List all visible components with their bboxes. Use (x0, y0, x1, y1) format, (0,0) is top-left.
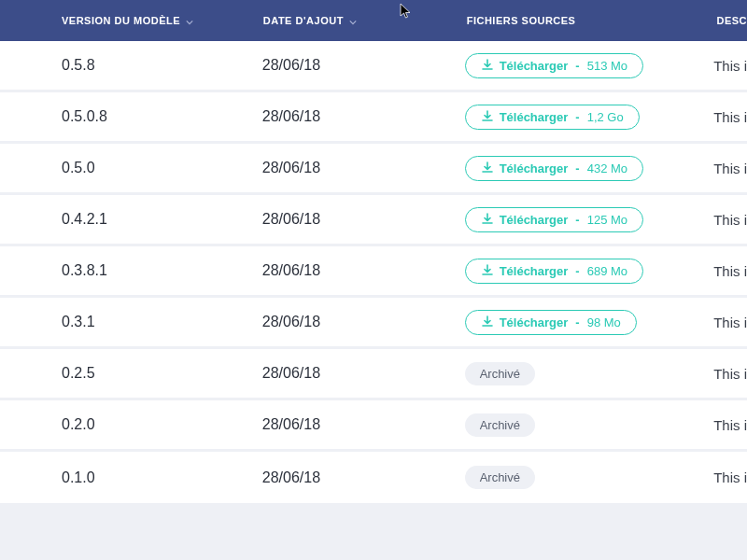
download-size: 1,2 Go (587, 110, 624, 124)
cell-desc: This i (713, 263, 747, 279)
column-header-version[interactable]: VERSION DU MODÈLE (62, 15, 263, 26)
cell-source: Télécharger-689 Mo (465, 259, 714, 284)
cell-desc: This i (713, 366, 747, 382)
table-row: 0.3.128/06/18Télécharger-98 MoThis i (0, 298, 747, 349)
cell-date: 28/06/18 (262, 365, 465, 382)
cell-version: 0.3.1 (62, 314, 262, 330)
cell-version: 0.5.0 (62, 160, 262, 176)
cell-date: 28/06/18 (262, 469, 465, 486)
cell-desc: This i (713, 469, 747, 485)
archived-badge: Archivé (465, 466, 535, 489)
cell-desc: This i (713, 161, 747, 176)
cell-date: 28/06/18 (262, 160, 465, 176)
download-size: 689 Mo (587, 264, 627, 278)
download-dash: - (575, 161, 579, 175)
column-header-date[interactable]: DATE D'AJOUT (263, 15, 467, 26)
chevron-down-icon (186, 17, 193, 24)
table-row: 0.2.028/06/18ArchivéThis i (0, 400, 747, 452)
download-button[interactable]: Télécharger-689 Mo (465, 259, 643, 284)
column-header-date-label: DATE D'AJOUT (263, 15, 344, 26)
column-header-version-label: VERSION DU MODÈLE (62, 15, 180, 26)
download-dash: - (575, 315, 579, 329)
download-button[interactable]: Télécharger-513 Mo (465, 53, 643, 78)
download-size: 513 Mo (587, 59, 627, 73)
column-header-source: FICHIERS SOURCES (467, 15, 717, 26)
cell-date: 28/06/18 (262, 108, 465, 125)
table-row: 0.5.028/06/18Télécharger-432 MoThis i (0, 144, 747, 195)
download-label: Télécharger (500, 161, 569, 175)
download-dash: - (575, 264, 579, 278)
cell-source: Archivé (465, 413, 714, 437)
download-dash: - (575, 110, 579, 124)
download-icon (481, 110, 494, 123)
download-icon (481, 161, 494, 175)
cell-source: Télécharger-1,2 Go (465, 105, 714, 130)
cell-desc: This i (713, 58, 747, 74)
cell-version: 0.4.2.1 (62, 211, 262, 228)
table-row: 0.4.2.128/06/18Télécharger-125 MoThis i (0, 195, 747, 246)
download-label: Télécharger (500, 59, 569, 73)
download-dash: - (575, 59, 579, 73)
cell-desc: This i (713, 315, 747, 330)
download-icon (481, 213, 494, 226)
download-label: Télécharger (500, 213, 569, 227)
download-icon (481, 264, 494, 277)
cell-desc: This i (713, 212, 747, 228)
download-size: 98 Mo (587, 315, 621, 329)
cell-source: Archivé (465, 362, 714, 385)
cell-desc: This i (713, 417, 747, 433)
archived-badge: Archivé (465, 362, 535, 385)
download-button[interactable]: Télécharger-98 Mo (465, 310, 637, 335)
cell-date: 28/06/18 (262, 314, 465, 330)
cell-source: Télécharger-513 Mo (465, 53, 714, 78)
table-row: 0.5.828/06/18Télécharger-513 MoThis i (0, 41, 747, 92)
download-button[interactable]: Télécharger-125 Mo (465, 207, 643, 232)
cell-version: 0.3.8.1 (62, 262, 262, 279)
table-row: 0.5.0.828/06/18Télécharger-1,2 GoThis i (0, 92, 747, 144)
cell-source: Télécharger-432 Mo (465, 156, 714, 181)
column-header-desc-label: DESC (716, 15, 747, 26)
table-row: 0.2.528/06/18ArchivéThis i (0, 349, 747, 400)
download-size: 432 Mo (587, 161, 627, 175)
download-label: Télécharger (500, 315, 569, 329)
download-label: Télécharger (500, 110, 569, 124)
table-header: VERSION DU MODÈLE DATE D'AJOUT FICHIERS … (0, 0, 747, 41)
cell-date: 28/06/18 (262, 262, 465, 279)
cell-source: Télécharger-125 Mo (465, 207, 714, 232)
cell-date: 28/06/18 (262, 416, 465, 433)
cell-desc: This i (713, 109, 747, 125)
column-header-source-label: FICHIERS SOURCES (467, 15, 576, 26)
download-icon (481, 315, 494, 329)
archived-badge: Archivé (465, 413, 535, 437)
cell-source: Archivé (465, 466, 714, 489)
download-icon (481, 59, 494, 72)
download-button[interactable]: Télécharger-1,2 Go (465, 105, 640, 130)
download-size: 125 Mo (587, 213, 627, 227)
cell-version: 0.2.0 (62, 416, 262, 433)
cell-date: 28/06/18 (262, 57, 465, 74)
table-body: 0.5.828/06/18Télécharger-513 MoThis i0.5… (0, 41, 747, 503)
cell-version: 0.5.0.8 (62, 108, 262, 125)
footer-area (0, 503, 747, 560)
download-button[interactable]: Télécharger-432 Mo (465, 156, 643, 181)
cell-source: Télécharger-98 Mo (465, 310, 714, 335)
cell-version: 0.2.5 (62, 365, 262, 382)
download-label: Télécharger (500, 264, 569, 278)
column-header-desc: DESC (716, 15, 747, 26)
download-dash: - (575, 213, 579, 227)
table-row: 0.3.8.128/06/18Télécharger-689 MoThis i (0, 246, 747, 298)
cell-version: 0.5.8 (62, 57, 262, 74)
cell-version: 0.1.0 (62, 469, 262, 486)
table-row: 0.1.028/06/18ArchivéThis i (0, 452, 747, 503)
cell-date: 28/06/18 (262, 211, 465, 228)
chevron-down-icon (349, 17, 357, 24)
